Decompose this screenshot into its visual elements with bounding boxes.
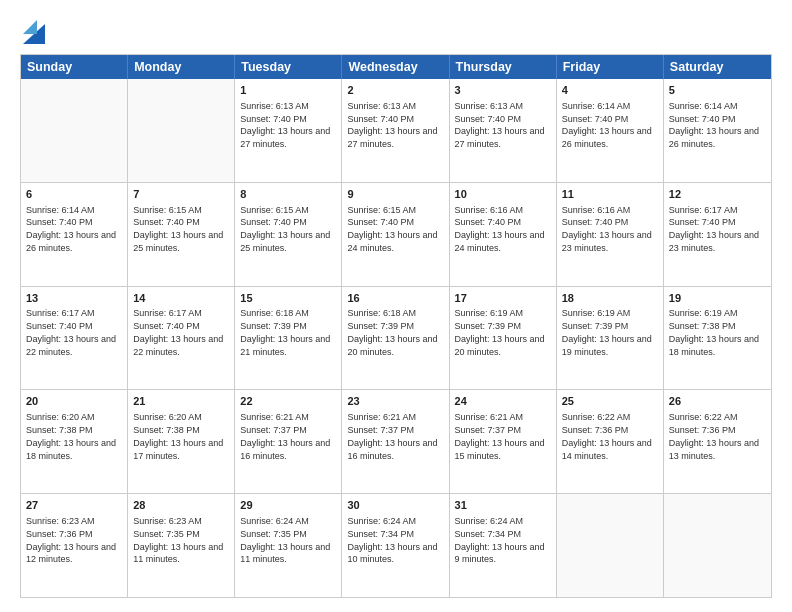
calendar-day-cell: 4Sunrise: 6:14 AMSunset: 7:40 PMDaylight… [557, 79, 664, 182]
calendar-day-cell: 5Sunrise: 6:14 AMSunset: 7:40 PMDaylight… [664, 79, 771, 182]
day-info: Sunrise: 6:22 AMSunset: 7:36 PMDaylight:… [669, 412, 759, 460]
calendar-day-cell: 27Sunrise: 6:23 AMSunset: 7:36 PMDayligh… [21, 494, 128, 597]
logo [20, 18, 45, 44]
calendar-day-cell: 17Sunrise: 6:19 AMSunset: 7:39 PMDayligh… [450, 287, 557, 390]
calendar-day-cell: 1Sunrise: 6:13 AMSunset: 7:40 PMDaylight… [235, 79, 342, 182]
day-number: 16 [347, 291, 443, 306]
day-number: 10 [455, 187, 551, 202]
day-info: Sunrise: 6:16 AMSunset: 7:40 PMDaylight:… [455, 205, 545, 253]
calendar-day-cell: 15Sunrise: 6:18 AMSunset: 7:39 PMDayligh… [235, 287, 342, 390]
calendar-day-cell: 6Sunrise: 6:14 AMSunset: 7:40 PMDaylight… [21, 183, 128, 286]
day-info: Sunrise: 6:15 AMSunset: 7:40 PMDaylight:… [347, 205, 437, 253]
header [20, 18, 772, 44]
calendar-empty-cell [557, 494, 664, 597]
calendar-day-cell: 2Sunrise: 6:13 AMSunset: 7:40 PMDaylight… [342, 79, 449, 182]
calendar-day-cell: 14Sunrise: 6:17 AMSunset: 7:40 PMDayligh… [128, 287, 235, 390]
day-info: Sunrise: 6:17 AMSunset: 7:40 PMDaylight:… [26, 308, 116, 356]
calendar-day-cell: 12Sunrise: 6:17 AMSunset: 7:40 PMDayligh… [664, 183, 771, 286]
day-info: Sunrise: 6:14 AMSunset: 7:40 PMDaylight:… [562, 101, 652, 149]
day-number: 18 [562, 291, 658, 306]
day-info: Sunrise: 6:19 AMSunset: 7:39 PMDaylight:… [562, 308, 652, 356]
calendar-day-cell: 10Sunrise: 6:16 AMSunset: 7:40 PMDayligh… [450, 183, 557, 286]
day-number: 13 [26, 291, 122, 306]
calendar-day-cell: 28Sunrise: 6:23 AMSunset: 7:35 PMDayligh… [128, 494, 235, 597]
day-info: Sunrise: 6:15 AMSunset: 7:40 PMDaylight:… [133, 205, 223, 253]
day-info: Sunrise: 6:13 AMSunset: 7:40 PMDaylight:… [455, 101, 545, 149]
calendar-day-cell: 24Sunrise: 6:21 AMSunset: 7:37 PMDayligh… [450, 390, 557, 493]
logo-icon [23, 16, 45, 44]
day-number: 7 [133, 187, 229, 202]
calendar-day-cell: 26Sunrise: 6:22 AMSunset: 7:36 PMDayligh… [664, 390, 771, 493]
day-info: Sunrise: 6:19 AMSunset: 7:38 PMDaylight:… [669, 308, 759, 356]
day-info: Sunrise: 6:23 AMSunset: 7:36 PMDaylight:… [26, 516, 116, 564]
calendar-week-row: 6Sunrise: 6:14 AMSunset: 7:40 PMDaylight… [21, 183, 771, 287]
calendar-day-cell: 18Sunrise: 6:19 AMSunset: 7:39 PMDayligh… [557, 287, 664, 390]
calendar-day-cell: 25Sunrise: 6:22 AMSunset: 7:36 PMDayligh… [557, 390, 664, 493]
calendar-day-cell: 3Sunrise: 6:13 AMSunset: 7:40 PMDaylight… [450, 79, 557, 182]
day-info: Sunrise: 6:24 AMSunset: 7:34 PMDaylight:… [347, 516, 437, 564]
day-info: Sunrise: 6:21 AMSunset: 7:37 PMDaylight:… [240, 412, 330, 460]
calendar-day-cell: 16Sunrise: 6:18 AMSunset: 7:39 PMDayligh… [342, 287, 449, 390]
calendar-day-cell: 22Sunrise: 6:21 AMSunset: 7:37 PMDayligh… [235, 390, 342, 493]
cal-header-cell: Saturday [664, 55, 771, 79]
day-info: Sunrise: 6:22 AMSunset: 7:36 PMDaylight:… [562, 412, 652, 460]
calendar-day-cell: 29Sunrise: 6:24 AMSunset: 7:35 PMDayligh… [235, 494, 342, 597]
calendar: SundayMondayTuesdayWednesdayThursdayFrid… [20, 54, 772, 598]
day-number: 20 [26, 394, 122, 409]
day-info: Sunrise: 6:20 AMSunset: 7:38 PMDaylight:… [133, 412, 223, 460]
page: SundayMondayTuesdayWednesdayThursdayFrid… [0, 0, 792, 612]
day-number: 11 [562, 187, 658, 202]
day-number: 1 [240, 83, 336, 98]
day-info: Sunrise: 6:15 AMSunset: 7:40 PMDaylight:… [240, 205, 330, 253]
calendar-day-cell: 13Sunrise: 6:17 AMSunset: 7:40 PMDayligh… [21, 287, 128, 390]
calendar-day-cell: 31Sunrise: 6:24 AMSunset: 7:34 PMDayligh… [450, 494, 557, 597]
calendar-header-row: SundayMondayTuesdayWednesdayThursdayFrid… [21, 55, 771, 79]
cal-header-cell: Sunday [21, 55, 128, 79]
calendar-empty-cell [128, 79, 235, 182]
calendar-week-row: 27Sunrise: 6:23 AMSunset: 7:36 PMDayligh… [21, 494, 771, 597]
calendar-day-cell: 19Sunrise: 6:19 AMSunset: 7:38 PMDayligh… [664, 287, 771, 390]
day-number: 2 [347, 83, 443, 98]
calendar-empty-cell [664, 494, 771, 597]
day-number: 14 [133, 291, 229, 306]
day-number: 4 [562, 83, 658, 98]
day-info: Sunrise: 6:17 AMSunset: 7:40 PMDaylight:… [133, 308, 223, 356]
day-info: Sunrise: 6:17 AMSunset: 7:40 PMDaylight:… [669, 205, 759, 253]
cal-header-cell: Monday [128, 55, 235, 79]
calendar-day-cell: 11Sunrise: 6:16 AMSunset: 7:40 PMDayligh… [557, 183, 664, 286]
calendar-day-cell: 20Sunrise: 6:20 AMSunset: 7:38 PMDayligh… [21, 390, 128, 493]
day-number: 31 [455, 498, 551, 513]
calendar-week-row: 13Sunrise: 6:17 AMSunset: 7:40 PMDayligh… [21, 287, 771, 391]
day-number: 28 [133, 498, 229, 513]
cal-header-cell: Thursday [450, 55, 557, 79]
cal-header-cell: Wednesday [342, 55, 449, 79]
day-info: Sunrise: 6:24 AMSunset: 7:35 PMDaylight:… [240, 516, 330, 564]
day-number: 23 [347, 394, 443, 409]
calendar-week-row: 20Sunrise: 6:20 AMSunset: 7:38 PMDayligh… [21, 390, 771, 494]
calendar-day-cell: 9Sunrise: 6:15 AMSunset: 7:40 PMDaylight… [342, 183, 449, 286]
day-number: 26 [669, 394, 766, 409]
calendar-week-row: 1Sunrise: 6:13 AMSunset: 7:40 PMDaylight… [21, 79, 771, 183]
day-number: 6 [26, 187, 122, 202]
day-number: 5 [669, 83, 766, 98]
calendar-day-cell: 30Sunrise: 6:24 AMSunset: 7:34 PMDayligh… [342, 494, 449, 597]
calendar-empty-cell [21, 79, 128, 182]
day-number: 8 [240, 187, 336, 202]
day-number: 17 [455, 291, 551, 306]
day-number: 24 [455, 394, 551, 409]
day-info: Sunrise: 6:18 AMSunset: 7:39 PMDaylight:… [347, 308, 437, 356]
day-info: Sunrise: 6:13 AMSunset: 7:40 PMDaylight:… [240, 101, 330, 149]
day-info: Sunrise: 6:14 AMSunset: 7:40 PMDaylight:… [669, 101, 759, 149]
day-info: Sunrise: 6:23 AMSunset: 7:35 PMDaylight:… [133, 516, 223, 564]
calendar-body: 1Sunrise: 6:13 AMSunset: 7:40 PMDaylight… [21, 79, 771, 597]
day-number: 9 [347, 187, 443, 202]
day-number: 27 [26, 498, 122, 513]
day-info: Sunrise: 6:13 AMSunset: 7:40 PMDaylight:… [347, 101, 437, 149]
calendar-day-cell: 21Sunrise: 6:20 AMSunset: 7:38 PMDayligh… [128, 390, 235, 493]
day-number: 29 [240, 498, 336, 513]
cal-header-cell: Tuesday [235, 55, 342, 79]
day-number: 12 [669, 187, 766, 202]
day-number: 25 [562, 394, 658, 409]
day-number: 22 [240, 394, 336, 409]
cal-header-cell: Friday [557, 55, 664, 79]
